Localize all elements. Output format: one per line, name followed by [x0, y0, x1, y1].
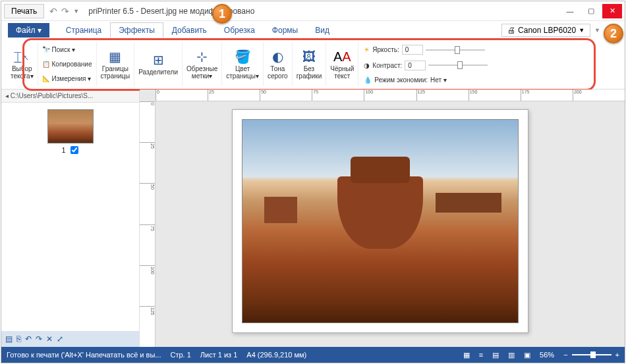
tab-forms[interactable]: Формы: [264, 22, 306, 38]
search-tool[interactable]: 🔭Поиск ▾: [42, 46, 92, 53]
cropmarks-icon: ⊹: [196, 49, 208, 64]
thumbnail-panel: 1: [1, 103, 139, 331]
chevron-down-icon: ▼: [579, 27, 584, 34]
zoom-out-button[interactable]: −: [563, 351, 567, 359]
contrast-icon: ◑: [364, 62, 370, 69]
menubar: Файл ▾ Страница Эффекты Добавить Обрезка…: [1, 21, 625, 39]
status-sheet: Лист 1 из 1: [200, 351, 238, 359]
zoom-value: 56%: [540, 351, 554, 359]
sb-tool-icon[interactable]: ✕: [46, 334, 53, 344]
view-mode-icon[interactable]: ▣: [524, 351, 530, 359]
brightness-row: ☀ Яркость: 0: [364, 45, 488, 55]
chevron-down-icon[interactable]: ▼: [594, 27, 600, 34]
view-mode-icon[interactable]: ▦: [463, 351, 470, 359]
grayscale-tool[interactable]: ◐ Тона серого: [264, 42, 293, 86]
page-borders-tool[interactable]: ▦ Границы страницы: [97, 42, 135, 86]
photo-desert: [242, 119, 519, 323]
copy-icon: 📋: [42, 61, 50, 68]
sb-tool-icon[interactable]: ⎘: [16, 334, 21, 344]
ruler-icon: 📐: [42, 75, 50, 82]
paint-bucket-icon: 🪣: [235, 49, 251, 64]
close-button[interactable]: ✕: [602, 4, 622, 18]
black-text-icon: AA: [333, 49, 351, 64]
tab-view[interactable]: Вид: [306, 22, 338, 38]
statusbar: Готово к печати ('Alt+X' Напечатать всё …: [1, 347, 625, 363]
canvas[interactable]: 0255075100125150175200 0255075100125: [140, 90, 625, 347]
undo-icon[interactable]: ↶: [49, 6, 57, 16]
ribbon: ⌶↖ Выбор текста▾ 🔭Поиск ▾ 📋Копирование 📐…: [1, 39, 625, 90]
dividers-icon: ⊞: [153, 53, 164, 67]
maximize-button[interactable]: ▢: [581, 4, 601, 18]
page-checkbox[interactable]: [71, 146, 78, 154]
status-size: A4 (296.9,210 мм): [246, 351, 306, 359]
copy-tool[interactable]: 📋Копирование: [42, 61, 92, 68]
eco-mode-row[interactable]: 💧 Режим экономии: Нет ▾: [364, 76, 488, 84]
zoom-in-button[interactable]: +: [615, 351, 619, 359]
tab-crop[interactable]: Обрезка: [215, 22, 264, 38]
text-cursor-icon: ⌶↖: [14, 49, 30, 64]
borders-icon: ▦: [109, 49, 121, 64]
printer-selector[interactable]: 🖨 Canon LBP6020 ▼: [501, 24, 590, 37]
eco-icon: 💧: [364, 76, 372, 84]
thumb-page-num: 1: [62, 147, 66, 154]
binoculars-icon: 🔭: [42, 46, 50, 53]
printer-name: Canon LBP6020: [518, 26, 576, 35]
no-graphics-icon: 🖼: [302, 49, 316, 64]
sb-tool-icon[interactable]: ▤: [5, 334, 13, 344]
view-mode-icon[interactable]: ▤: [492, 351, 499, 359]
view-mode-icon[interactable]: ▥: [508, 351, 515, 359]
contrast-slider[interactable]: [428, 65, 488, 66]
print-button[interactable]: Печать: [4, 4, 44, 18]
redo-icon[interactable]: ↷: [61, 6, 69, 16]
vertical-ruler: 0255075100125: [140, 101, 156, 347]
window-title: priPrinter 6.5 - Desert.jpg не модифицир…: [88, 7, 560, 16]
brightness-slider[interactable]: [426, 49, 485, 51]
horizontal-ruler: 0255075100125150175200: [156, 90, 625, 101]
page-thumbnail[interactable]: [47, 109, 94, 143]
crop-marks-tool[interactable]: ⊹ Обрезные метки▾: [183, 42, 222, 86]
black-text-tool[interactable]: AA Чёрный текст: [326, 42, 358, 86]
ribbon-tabs: Страница Эффекты Добавить Обрезка Формы …: [57, 22, 338, 38]
contrast-row: ◑ Контраст: 0: [364, 61, 488, 70]
tab-page[interactable]: Страница: [57, 22, 110, 38]
sb-tool-icon[interactable]: ↷: [36, 334, 42, 344]
sb-tool-icon[interactable]: ⤢: [57, 334, 63, 344]
brightness-icon: ☀: [364, 46, 370, 53]
tab-add[interactable]: Добавить: [163, 22, 215, 38]
printer-icon: 🖨: [507, 26, 515, 35]
dividers-tool[interactable]: ⊞ Разделители: [134, 42, 183, 86]
sidebar-toolbar: ▤ ⎘ ↶ ↷ ✕ ⤢: [1, 331, 139, 347]
page-color-tool[interactable]: 🪣 Цвет страницы▾: [222, 42, 264, 86]
minimize-button[interactable]: —: [560, 4, 580, 18]
zoom-slider[interactable]: [572, 354, 612, 355]
select-text-tool[interactable]: ⌶↖ Выбор текста▾: [7, 42, 38, 86]
status-ready: Готово к печати ('Alt+X' Напечатать всё …: [7, 351, 161, 359]
no-graphics-tool[interactable]: 🖼 Без графики: [293, 42, 327, 86]
contrast-value[interactable]: 0: [405, 61, 426, 70]
page-preview[interactable]: [232, 109, 528, 333]
status-page: Стр. 1: [170, 351, 190, 359]
breadcrumb[interactable]: ◂ C:\Users\Public\Pictures\S...: [1, 90, 139, 103]
annotation-callout-1: 1: [212, 4, 232, 24]
tab-effects[interactable]: Эффекты: [110, 22, 163, 38]
annotation-callout-2: 2: [604, 24, 623, 43]
measure-tool[interactable]: 📐Измерения ▾: [42, 75, 92, 82]
grayscale-icon: ◐: [272, 49, 283, 64]
brightness-value[interactable]: 0: [402, 45, 423, 55]
quick-access-toolbar: ↶ ↷ ▼: [49, 6, 79, 16]
view-mode-icon[interactable]: ≡: [479, 351, 483, 359]
sidebar: ◂ C:\Users\Public\Pictures\S... 1 ▤ ⎘ ↶ …: [1, 90, 140, 347]
titlebar: Печать ↶ ↷ ▼ priPrinter 6.5 - Desert.jpg…: [1, 1, 625, 21]
file-menu[interactable]: Файл ▾: [8, 23, 49, 38]
qat-dropdown-icon[interactable]: ▼: [73, 8, 79, 14]
sb-tool-icon[interactable]: ↶: [25, 334, 32, 344]
